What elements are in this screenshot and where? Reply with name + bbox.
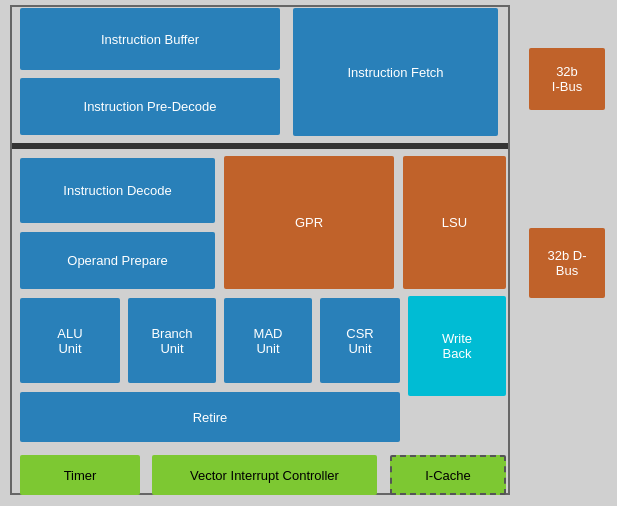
icache-block: I-Cache bbox=[390, 455, 506, 495]
csr-unit-block: CSR Unit bbox=[320, 298, 400, 383]
vector-interrupt-block: Vector Interrupt Controller bbox=[152, 455, 377, 495]
timer-label: Timer bbox=[64, 468, 97, 483]
instruction-decode-label: Instruction Decode bbox=[63, 183, 171, 198]
mad-unit-label: MAD Unit bbox=[254, 326, 283, 356]
operand-prepare-label: Operand Prepare bbox=[67, 253, 167, 268]
branch-unit-block: Branch Unit bbox=[128, 298, 216, 383]
instruction-fetch-label: Instruction Fetch bbox=[347, 65, 443, 80]
instruction-predecode-label: Instruction Pre-Decode bbox=[84, 99, 217, 114]
d-bus-block: 32b D- Bus bbox=[529, 228, 605, 298]
d-bus-label: 32b D- Bus bbox=[547, 248, 586, 278]
icache-label: I-Cache bbox=[425, 468, 471, 483]
instruction-buffer-label: Instruction Buffer bbox=[101, 32, 199, 47]
timer-block: Timer bbox=[20, 455, 140, 495]
instruction-buffer-block: Instruction Buffer bbox=[20, 8, 280, 70]
vector-interrupt-label: Vector Interrupt Controller bbox=[190, 468, 339, 483]
branch-unit-label: Branch Unit bbox=[151, 326, 192, 356]
instruction-decode-block: Instruction Decode bbox=[20, 158, 215, 223]
write-back-label: Write Back bbox=[442, 331, 472, 361]
csr-unit-label: CSR Unit bbox=[346, 326, 373, 356]
alu-unit-block: ALU Unit bbox=[20, 298, 120, 383]
alu-unit-label: ALU Unit bbox=[57, 326, 82, 356]
operand-prepare-block: Operand Prepare bbox=[20, 232, 215, 289]
retire-block: Retire bbox=[20, 392, 400, 442]
gpr-block: GPR bbox=[224, 156, 394, 289]
instruction-fetch-block: Instruction Fetch bbox=[293, 8, 498, 136]
retire-label: Retire bbox=[193, 410, 228, 425]
gpr-label: GPR bbox=[295, 215, 323, 230]
mad-unit-block: MAD Unit bbox=[224, 298, 312, 383]
i-bus-block: 32b I-Bus bbox=[529, 48, 605, 110]
lsu-block: LSU bbox=[403, 156, 506, 289]
lsu-label: LSU bbox=[442, 215, 467, 230]
instruction-predecode-block: Instruction Pre-Decode bbox=[20, 78, 280, 135]
i-bus-label: 32b I-Bus bbox=[552, 64, 582, 94]
write-back-block: Write Back bbox=[408, 296, 506, 396]
